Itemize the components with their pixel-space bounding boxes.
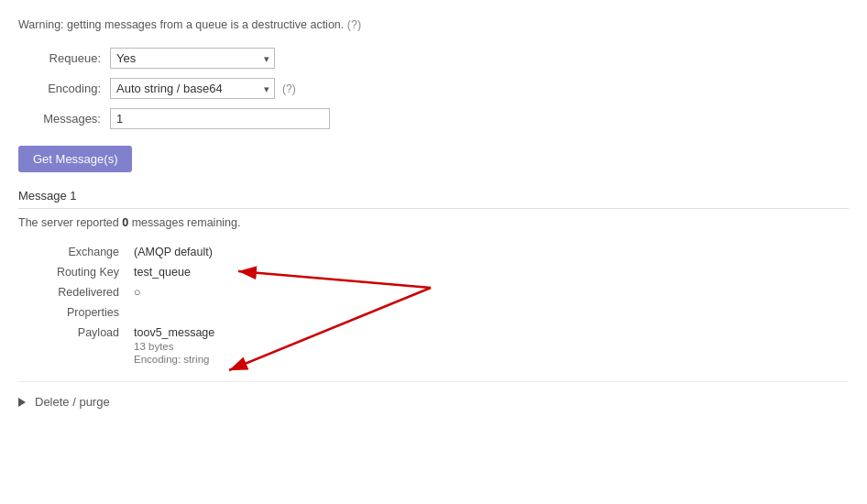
encoding-select[interactable]: Auto string / base64 base64 bbox=[110, 78, 275, 99]
payload-encoding: Encoding: string bbox=[134, 354, 843, 365]
exchange-value: (AMQP default) bbox=[128, 242, 849, 262]
delete-purge-section[interactable]: Delete / purge bbox=[18, 395, 849, 409]
redelivered-label: Redelivered bbox=[18, 282, 128, 302]
redelivered-row: Redelivered ○ bbox=[18, 282, 849, 302]
exchange-row: Exchange (AMQP default) bbox=[18, 242, 849, 262]
message-details-table: Exchange (AMQP default) Routing Key test… bbox=[18, 242, 849, 368]
routing-key-value: test_queue bbox=[128, 262, 849, 282]
messages-label: Messages: bbox=[18, 112, 101, 126]
warning-text: Warning: getting messages from a queue i… bbox=[18, 18, 849, 31]
payload-label: Payload bbox=[18, 323, 128, 368]
properties-label: Properties bbox=[18, 302, 128, 323]
encoding-label: Encoding: bbox=[18, 82, 101, 95]
payload-value: toov5_message 13 bytes Encoding: string bbox=[128, 323, 849, 368]
warning-help: (?) bbox=[347, 18, 361, 31]
properties-row: Properties bbox=[18, 302, 849, 323]
get-messages-button[interactable]: Get Message(s) bbox=[18, 146, 132, 172]
messages-input[interactable] bbox=[110, 108, 330, 129]
server-reported: The server reported 0 messages remaining… bbox=[18, 216, 849, 229]
redelivered-value: ○ bbox=[128, 282, 849, 302]
routing-key-row: Routing Key test_queue bbox=[18, 262, 849, 282]
encoding-help-icon: (?) bbox=[282, 82, 296, 95]
properties-value bbox=[128, 302, 849, 323]
payload-row: Payload toov5_message 13 bytes Encoding:… bbox=[18, 323, 849, 368]
triangle-icon bbox=[18, 398, 26, 407]
message-header: Message 1 bbox=[18, 189, 849, 209]
delete-purge-label: Delete / purge bbox=[35, 395, 110, 409]
requeue-label: Requeue: bbox=[18, 51, 101, 65]
exchange-label: Exchange bbox=[18, 242, 128, 262]
routing-key-label: Routing Key bbox=[18, 262, 128, 282]
payload-size: 13 bytes bbox=[134, 341, 843, 352]
requeue-select[interactable]: Yes No bbox=[110, 48, 275, 69]
